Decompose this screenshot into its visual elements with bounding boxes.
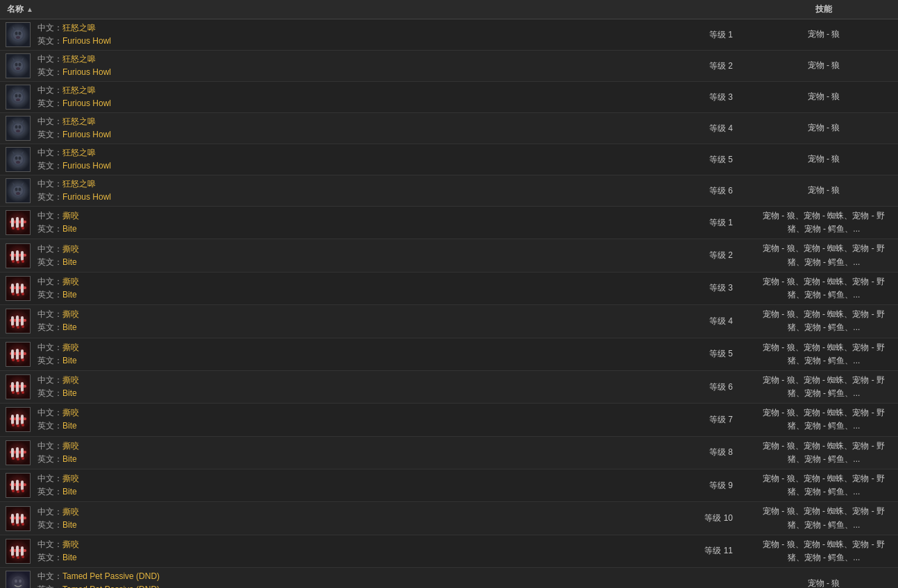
- svg-rect-108: [11, 386, 14, 392]
- svg-rect-54: [16, 222, 19, 228]
- table-row[interactable]: 中文：撕咬 英文：Bite 等级 9 宠物 - 狼、宠物 - 蜘蛛、宠物 - 野…: [0, 469, 898, 502]
- row-cn-name: 中文：Tamed Pet Passive (DND): [37, 571, 160, 582]
- col-name-header[interactable]: 名称 ▲: [0, 3, 749, 15]
- row-icon-bite: [6, 473, 31, 498]
- svg-point-135: [22, 457, 24, 460]
- table-row[interactable]: 中文：Tamed Pet Passive (DND) 英文：Tamed Pet …: [0, 568, 898, 588]
- row-level: 等级 1: [688, 217, 744, 229]
- svg-point-80: [22, 293, 24, 295]
- row-icon-wolf: [6, 178, 31, 203]
- table-row[interactable]: 中文：撕咬 英文：Bite 等级 3 宠物 - 狼、宠物 - 蜘蛛、宠物 - 野…: [0, 273, 898, 305]
- row-level: 等级 3: [688, 282, 744, 294]
- row-level: 等级 5: [688, 348, 744, 360]
- table-row[interactable]: 中文：撕咬 英文：Bite 等级 7 宠物 - 狼、宠物 - 蜘蛛、宠物 - 野…: [0, 404, 898, 436]
- row-cn-name: 中文：撕咬: [37, 276, 79, 288]
- table-row[interactable]: 中文：撕咬 英文：Bite 等级 2 宠物 - 狼、宠物 - 蜘蛛、宠物 - 野…: [0, 239, 898, 272]
- table-row[interactable]: 中文：撕咬 英文：Bite 等级 6 宠物 - 狼、宠物 - 蜘蛛、宠物 - 野…: [0, 371, 898, 404]
- svg-point-31: [16, 130, 20, 132]
- row-skill: 宠物 - 狼、宠物 - 蜘蛛、宠物 - 野猪、宠物 - 鳄鱼、...: [749, 207, 898, 239]
- row-en-name: 英文：Bite: [37, 519, 79, 531]
- svg-rect-119: [11, 419, 14, 424]
- svg-rect-163: [11, 551, 14, 556]
- row-en-name: 英文：Bite: [37, 486, 79, 498]
- row-en-name: 英文：Furious Howl: [37, 98, 111, 110]
- table-row[interactable]: 中文：撕咬 英文：Bite 等级 11 宠物 - 狼、宠物 - 蜘蛛、宠物 - …: [0, 535, 898, 568]
- row-en-name: 英文：Bite: [37, 453, 79, 465]
- row-name-col: 中文：撕咬 英文：Bite 等级 4: [0, 306, 749, 336]
- row-cn-name: 中文：撕咬: [37, 473, 79, 485]
- row-icon-bite: [6, 276, 31, 301]
- svg-point-89: [12, 325, 15, 328]
- svg-point-172: [19, 580, 22, 583]
- svg-point-39: [16, 161, 20, 164]
- row-en-name: 英文：Bite: [37, 289, 79, 301]
- table-row[interactable]: 中文：撕咬 英文：Bite 等级 10 宠物 - 狼、宠物 - 蜘蛛、宠物 - …: [0, 502, 898, 535]
- svg-point-21: [15, 94, 18, 98]
- row-en-name: 英文：Bite: [37, 223, 79, 235]
- svg-point-90: [17, 326, 19, 329]
- row-name-col: 中文：狂怒之嗥 英文：Furious Howl 等级 1: [0, 19, 749, 50]
- row-inner-name: 中文：撕咬 英文：Bite: [6, 440, 681, 465]
- row-en-name: 英文：Furious Howl: [37, 160, 111, 172]
- table-row[interactable]: 中文：狂怒之嗥 英文：Furious Howl 等级 6 宠物 - 狼: [0, 175, 898, 207]
- row-en-name: 英文：Bite: [37, 552, 79, 564]
- row-en-name: 英文：Bite: [37, 388, 79, 399]
- svg-rect-86: [11, 320, 14, 326]
- row-icon-wolf: [6, 22, 31, 47]
- row-cn-name: 中文：狂怒之嗥: [37, 22, 111, 34]
- row-inner-name: 中文：狂怒之嗥 英文：Furious Howl: [6, 116, 681, 141]
- row-cn-name: 中文：撕咬: [37, 243, 79, 255]
- row-skill: 宠物 - 狼: [749, 56, 898, 75]
- svg-point-38: [19, 157, 22, 160]
- row-name-text: 中文：撕咬 英文：Bite: [37, 506, 79, 531]
- svg-point-56: [12, 227, 15, 230]
- svg-rect-110: [21, 386, 24, 392]
- row-inner-name: 中文：撕咬 英文：Bite: [6, 342, 681, 367]
- table-row[interactable]: 中文：撕咬 英文：Bite 等级 1 宠物 - 狼、宠物 - 蜘蛛、宠物 - 野…: [0, 207, 898, 239]
- table-row[interactable]: 中文：狂怒之嗥 英文：Furious Howl 等级 4 宠物 - 狼: [0, 113, 898, 144]
- svg-point-13: [15, 63, 18, 67]
- row-name-text: 中文：撕咬 英文：Bite: [37, 309, 79, 334]
- table-row[interactable]: 中文：狂怒之嗥 英文：Furious Howl 等级 5 宠物 - 狼: [0, 144, 898, 175]
- row-inner-name: 中文：狂怒之嗥 英文：Furious Howl: [6, 178, 681, 203]
- row-icon-wolf: [6, 116, 31, 141]
- row-name-text: 中文：撕咬 英文：Bite: [37, 440, 79, 465]
- table-row[interactable]: 中文：狂怒之嗥 英文：Furious Howl 等级 1 宠物 - 狼: [0, 19, 898, 51]
- row-inner-name: 中文：撕咬 英文：Bite: [6, 407, 681, 432]
- svg-rect-121: [21, 419, 24, 424]
- row-skill: 宠物 - 狼、宠物 - 蜘蛛、宠物 - 野猪、宠物 - 鳄鱼、...: [749, 502, 898, 534]
- svg-rect-164: [16, 551, 19, 557]
- row-skill: 宠物 - 狼: [749, 87, 898, 106]
- row-cn-name: 中文：撕咬: [37, 210, 79, 222]
- table-row[interactable]: 中文：撕咬 英文：Bite 等级 5 宠物 - 狼、宠物 - 蜘蛛、宠物 - 野…: [0, 338, 898, 371]
- svg-rect-132: [21, 452, 24, 458]
- svg-point-123: [17, 424, 19, 427]
- row-level: 等级 1: [688, 29, 744, 41]
- svg-rect-87: [16, 320, 19, 327]
- row-cn-name: 中文：狂怒之嗥: [37, 85, 111, 96]
- table-row[interactable]: 中文：狂怒之嗥 英文：Furious Howl 等级 3 宠物 - 狼: [0, 82, 898, 113]
- row-en-name: 英文：Bite: [37, 355, 79, 367]
- table-header: 名称 ▲ 技能: [0, 0, 898, 19]
- row-en-name: 英文：Furious Howl: [37, 129, 111, 141]
- table-row[interactable]: 中文：撕咬 英文：Bite 等级 4 宠物 - 狼、宠物 - 蜘蛛、宠物 - 野…: [0, 305, 898, 338]
- row-icon-bite: [6, 309, 31, 334]
- table-row[interactable]: 中文：撕咬 英文：Bite 等级 8 宠物 - 狼、宠物 - 蜘蛛、宠物 - 野…: [0, 437, 898, 469]
- svg-point-102: [22, 358, 24, 361]
- svg-rect-109: [16, 386, 19, 392]
- svg-point-5: [15, 32, 18, 35]
- svg-point-145: [17, 490, 19, 493]
- row-inner-name: 中文：撕咬 英文：Bite: [6, 243, 681, 268]
- table-row[interactable]: 中文：狂怒之嗥 英文：Furious Howl 等级 2 宠物 - 狼: [0, 51, 898, 82]
- svg-point-168: [22, 555, 24, 558]
- row-icon-bite: [6, 210, 31, 235]
- row-name-text: 中文：狂怒之嗥 英文：Furious Howl: [37, 116, 111, 141]
- svg-rect-152: [11, 518, 14, 524]
- row-skill: 宠物 - 狼: [749, 150, 898, 168]
- row-en-name: 英文：Tamed Pet Passive (DND): [37, 584, 160, 588]
- row-cn-name: 中文：狂怒之嗥: [37, 147, 111, 159]
- row-name-col: 中文：撕咬 英文：Bite 等级 6: [0, 372, 749, 402]
- svg-point-166: [12, 555, 15, 558]
- row-skill: 宠物 - 狼: [749, 574, 898, 588]
- main-table: 名称 ▲ 技能 中文：狂怒之嗥 英文：Furious Howl 等: [0, 0, 898, 588]
